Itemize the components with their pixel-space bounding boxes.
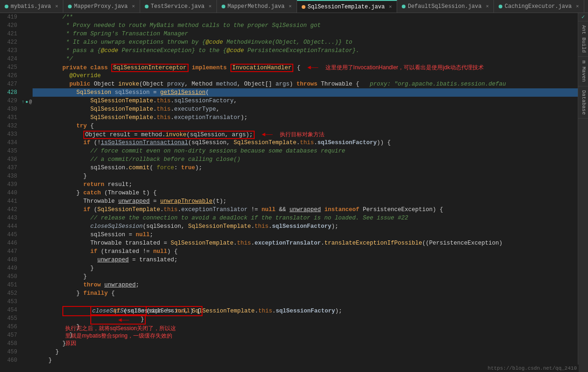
line-num-451: 451 [0,281,17,289]
right-top-checkmark: ✓ [578,13,588,21]
line-num-448: 448 [0,256,17,264]
tab-mybatis[interactable]: mybatis.java × [0,0,63,13]
line-num-425: 425 [0,63,17,72]
line-number-gutter: 419 420 421 422 423 424 425 426 427 428 … [0,13,21,372]
tab-dot-mybatis [5,5,8,8]
code-line-443: // release the connection to avoid a dea… [33,214,578,222]
line-num-419: 419 [0,13,17,21]
annotation-invocation-handler: 这里使用了InvocationHandler，可以看出是使用jdk动态代理技术 [325,64,484,71]
code-line-459: } [33,348,578,356]
ant-build-label[interactable]: Ant Build [578,21,588,57]
line-num-437: 437 [0,164,17,172]
code-line-441: Throwable unwrapped = unwrapThrowable(t)… [33,197,578,206]
line-num-450: 450 [0,272,17,281]
line-num-435: 435 [0,147,17,155]
line-num-442: 442 [0,206,17,214]
tab-close-mapperproxy[interactable]: × [132,4,135,9]
tab-label-sqlsessiontemplate: SqlSessionTemplate.java [308,4,385,10]
code-line-440: } catch (Throwable t) { [33,189,578,197]
line-num-420: 420 [0,21,17,30]
code-line-419: /** [33,13,578,21]
line-num-427: 427 [0,80,17,88]
tab-close-sqlsessiontemplate[interactable]: × [389,4,392,10]
tab-close-mappermethod[interactable]: × [289,4,292,9]
tab-cachingexecutor[interactable]: CachingExecutor.java × [494,0,584,13]
tab-dot-mapperproxy [68,5,72,8]
tab-dot-defaultsqlsession [402,5,406,8]
tab-label-mappermethod: MapperMethod.java [228,3,284,10]
line-num-436: 436 [0,155,17,164]
class-name-box: SqlSessionInterceptor [111,64,189,72]
debug-icon-428: ● [25,100,28,105]
tab-close-testservice[interactable]: × [209,4,212,9]
tab-more-button[interactable]: ≡ [584,3,588,10]
code-editor[interactable]: /** * Proxy needed to route MyBatis meth… [33,13,578,372]
line-num-452: 452 [0,289,17,298]
line-num-447: 447 [0,247,17,256]
bookmark-icon-428: ↑ [21,100,24,105]
line-num-445: 445 [0,231,17,239]
line-num-457: 457 [0,331,17,339]
code-line-447: if (translated != null) { [33,247,578,256]
line-num-432: 432 [0,122,17,130]
tab-testservice[interactable]: TestService.java × [140,0,217,13]
left-gutter-strip: ↑ ● @ [21,13,33,372]
line-num-440: 440 [0,189,17,197]
tab-dot-sqlsessiontemplate [302,5,305,9]
line-num-438: 438 [0,172,17,180]
code-line-452: } finally { [33,289,578,298]
tab-label-cachingexecutor: CachingExecutor.java [505,3,572,10]
line-num-426: 426 [0,72,17,80]
code-line-451: throw unwrapped; [33,281,578,289]
code-line-424: */ [33,55,578,63]
code-line-460: } [33,356,578,365]
tab-sqlsessiontemplate[interactable]: SqlSessionTemplate.java × [297,0,397,13]
code-line-420: * Proxy needed to route MyBatis method c… [33,21,578,30]
tab-close-mybatis[interactable]: × [55,4,58,9]
tab-label-mapperproxy: MapperProxy.java [74,3,128,10]
code-line-450: } [33,272,578,281]
line-num-423: 423 [0,46,17,55]
interface-name-box: InvocationHandler [230,64,294,72]
code-line-429: SqlSessionTemplate.this.sqlSessionFactor… [33,97,578,105]
line-num-429: 429 [0,97,17,105]
line-num-422: 422 [0,38,17,46]
line-num-444: 444 [0,222,17,231]
maven-label[interactable]: m Maven [578,57,588,86]
code-container: 419 420 421 422 423 424 425 426 427 428 … [0,13,578,372]
line-num-434: 434 [0,139,17,147]
tab-mappermethod[interactable]: MapperMethod.java × [217,0,297,13]
code-line-431: SqlSessionTemplate.this.exceptionTransla… [33,113,578,122]
bottom-url-bar: https://blog.csdn.net/qq_2410 [486,365,579,372]
line-num-428: 428 [0,88,17,97]
line-num-439: 439 [0,180,17,189]
tab-close-defaultsqlsession[interactable]: × [486,4,489,9]
code-line-453: if (sqlSession != null) { ◄—— 执行完之后，就将sq… [33,298,578,306]
code-line-423: * pass a {@code PersistenceException} to… [33,46,578,55]
tab-label-defaultsqlsession: DefaultSqlSession.java [408,3,481,10]
code-line-433: Object result = method.invoke(sqlSession… [33,130,578,139]
code-line-432: try { [33,122,578,130]
code-line-442: if (SqlSessionTemplate.this.exceptionTra… [33,206,578,214]
code-line-426: @Override [33,72,578,80]
line-num-433: 433 [0,130,17,139]
line-num-443: 443 [0,214,17,222]
line-num-424: 424 [0,55,17,63]
code-line-427: public Object invoke(Object proxy, Metho… [33,80,578,88]
database-label[interactable]: Database [578,86,588,119]
right-side-panel: ✓ Ant Build m Maven Database [578,13,588,372]
annotation-execute-target: 执行目标对象方法 [280,131,324,138]
code-line-421: * from Spring's Transaction Manager [33,30,578,38]
at-icon-428: @ [29,100,32,105]
tab-mapperproxy[interactable]: MapperProxy.java × [63,0,140,13]
tab-close-cachingexecutor[interactable]: × [576,4,579,9]
line-num-453: 453 [0,298,17,306]
main-layout: 419 420 421 422 423 424 425 426 427 428 … [0,13,588,372]
line-num-459: 459 [0,348,17,356]
code-line-434: if (!isSqlSessionTransactional(sqlSessio… [33,139,578,147]
code-line-436: // a commit/rollback before calling clos… [33,155,578,164]
code-line-439: return result; [33,180,578,189]
tab-defaultsqlsession[interactable]: DefaultSqlSession.java × [397,0,494,13]
line-num-460: 460 [0,356,17,365]
code-line-435: // force commit even on non-dirty sessio… [33,147,578,155]
